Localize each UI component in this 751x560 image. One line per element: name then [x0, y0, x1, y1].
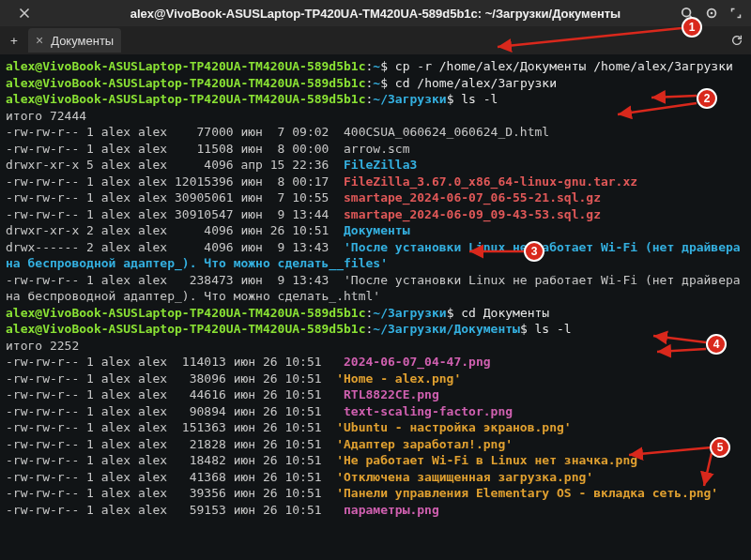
- terminal-line: alex@VivoBook-ASUSLaptop-TP420UA-TM420UA…: [6, 58, 745, 75]
- new-tab-button[interactable]: +: [4, 30, 24, 51]
- tab-documents[interactable]: × Документы: [28, 28, 121, 53]
- terminal-line: -rw-rw-r-- 1 alex alex 30905061 июн 7 10…: [6, 189, 745, 206]
- terminal-line: -rw-rw-r-- 1 alex alex 59153 июн 26 10:5…: [6, 502, 745, 519]
- terminal-line: -rw-rw-r-- 1 alex alex 39356 июн 26 10:5…: [6, 485, 745, 502]
- terminal-line: -rw-rw-r-- 1 alex alex 18482 июн 26 10:5…: [6, 452, 745, 469]
- titlebar: alex@VivoBook-ASUSLaptop-TP420UA-TM420UA…: [0, 0, 751, 26]
- svg-point-0: [682, 8, 691, 17]
- terminal-line: -rw-rw-r-- 1 alex alex 30910547 июн 9 13…: [6, 206, 745, 223]
- terminal-line: -rw-rw-r-- 1 alex alex 41368 июн 26 10:5…: [6, 469, 745, 486]
- terminal-line: alex@VivoBook-ASUSLaptop-TP420UA-TM420UA…: [6, 75, 745, 92]
- terminal-line: -rw-rw-r-- 1 alex alex 114013 июн 26 10:…: [6, 354, 745, 371]
- gear-icon[interactable]: [704, 6, 719, 21]
- window-close-icon[interactable]: [17, 6, 32, 21]
- terminal-line: -rw-rw-r-- 1 alex alex 44616 июн 26 10:5…: [6, 386, 745, 403]
- terminal-line: -rw-rw-r-- 1 alex alex 90894 июн 26 10:5…: [6, 403, 745, 420]
- terminal-output[interactable]: alex@VivoBook-ASUSLaptop-TP420UA-TM420UA…: [0, 54, 751, 560]
- tabbar: + × Документы: [0, 26, 751, 54]
- terminal-line: -rw-rw-r-- 1 alex alex 21828 июн 26 10:5…: [6, 436, 745, 453]
- window-title: alex@VivoBook-ASUSLaptop-TP420UA-TM420UA…: [0, 7, 751, 21]
- terminal-line: drwxr-xr-x 5 alex alex 4096 апр 15 22:36…: [6, 157, 745, 174]
- terminal-line: -rw-rw-r-- 1 alex alex 12015396 июн 8 00…: [6, 174, 745, 190]
- maximize-icon[interactable]: [728, 6, 743, 21]
- refresh-icon[interactable]: [727, 30, 747, 51]
- terminal-line: итого 2252: [6, 338, 745, 355]
- terminal-line: drwx------ 2 alex alex 4096 июн 9 13:43 …: [6, 239, 745, 272]
- search-icon[interactable]: [680, 6, 695, 21]
- terminal-line: -rw-rw-r-- 1 alex alex 38096 июн 26 10:5…: [6, 371, 745, 387]
- close-tab-icon[interactable]: ×: [36, 34, 43, 47]
- terminal-line: drwxr-xr-x 2 alex alex 4096 июн 26 10:51…: [6, 222, 745, 239]
- terminal-line: -rw-rw-r-- 1 alex alex 11508 июн 8 00:00…: [6, 141, 745, 158]
- svg-point-2: [711, 12, 713, 15]
- terminal-line: -rw-rw-r-- 1 alex alex 151363 июн 26 10:…: [6, 419, 745, 436]
- terminal-line: alex@VivoBook-ASUSLaptop-TP420UA-TM420UA…: [6, 91, 745, 108]
- terminal-line: итого 72444: [6, 108, 745, 125]
- terminal-line: alex@VivoBook-ASUSLaptop-TP420UA-TM420UA…: [6, 321, 745, 338]
- terminal-line: alex@VivoBook-ASUSLaptop-TP420UA-TM420UA…: [6, 305, 745, 322]
- tab-label: Документы: [51, 34, 114, 48]
- terminal-line: -rw-rw-r-- 1 alex alex 238473 июн 9 13:4…: [6, 272, 745, 305]
- terminal-line: -rw-rw-r-- 1 alex alex 77000 июн 7 09:02…: [6, 124, 745, 141]
